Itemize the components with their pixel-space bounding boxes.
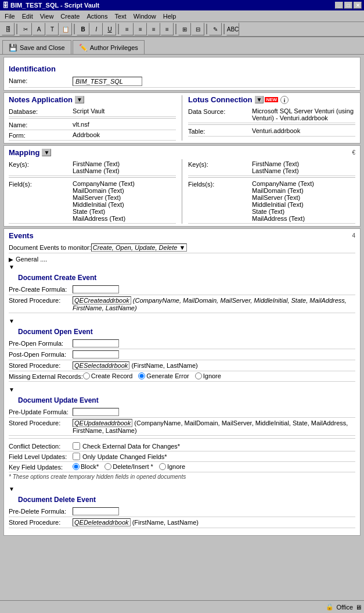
missing-radio-create[interactable] [83,372,90,379]
mapping-left-keys-values: FirstName (Text) LastName (Text) [73,160,176,174]
pre-update-label: Pre-Update Formula: [9,408,73,415]
delete-stored-proc-row: Stored Procedure: QEDeleteaddrbook (Firs… [9,517,355,528]
toolbar-btn-4[interactable]: T [46,23,59,35]
menu-file[interactable]: File [1,12,19,21]
close-button[interactable]: ✕ [354,2,362,9]
toolbar-btn-5[interactable]: 📋 [59,23,72,35]
form-label: Form: [9,131,73,139]
key-delete-insert[interactable]: Delete/Insert * [104,463,153,470]
tab-save-close[interactable]: 💾 Save and Close [2,40,71,54]
minimize-button[interactable]: _ [335,2,343,9]
lotus-dropdown[interactable]: ▼ [255,96,264,103]
toolbar-btn-9[interactable]: ≡ [161,23,174,35]
name-field[interactable]: BIM_TEST_SQL [73,77,142,86]
new-badge: NEW [265,97,278,102]
key-radio-ignore[interactable] [159,463,166,470]
maximize-button[interactable]: □ [344,2,352,9]
menu-window[interactable]: Window [130,12,160,21]
rf-1: CompanyName (Text) [252,180,355,187]
pre-open-field[interactable] [73,339,119,347]
menu-edit[interactable]: Edit [19,12,37,21]
status-bar: 🔒 Office 🖥 [0,600,364,613]
missing-create-record[interactable]: Create Record [83,372,133,379]
open-collapse-arrow[interactable]: ▼ [9,318,16,324]
toolbar-btn-bold[interactable]: B [77,23,89,35]
create-stored-proc-row: Stored Procedure: QECreateaddrbook (Comp… [9,295,355,313]
tab-author-privileges[interactable]: ✏️ Author Privileges [73,40,145,54]
notes-app-header: Notes Application [9,95,73,104]
menu-text[interactable]: Text [111,12,129,21]
collapsed-arrow[interactable]: ▼ [9,264,16,270]
mapping-left-key-2: LastName (Text) [73,167,176,174]
conflict-checkbox[interactable] [73,442,80,450]
toolbar-btn-10[interactable]: ⊞ [178,23,191,35]
key-block[interactable]: Block* [73,463,99,470]
mapping-cols: Key(s): FirstName (Text) LastName (Text)… [9,159,355,224]
menu-view[interactable]: View [37,12,57,21]
pre-update-field[interactable] [73,408,119,416]
monitor-dropdown[interactable]: Create, Open, Update, Delete ▼ [91,243,187,252]
main-scroll-area[interactable]: Identification Name: BIM_TEST_SQL Notes … [0,55,364,601]
missing-ignore[interactable]: Ignore [195,372,221,379]
update-stored-proc-label: Stored Procedure: [9,419,73,426]
notes-app-dropdown[interactable]: ▼ [75,96,84,103]
toolbar-btn-3[interactable]: A [33,23,45,35]
delete-proc-field[interactable]: QEDeleteaddrbook [73,518,131,526]
general-row: ▶ General .... [9,256,355,263]
toolbar-btn-1[interactable]: 🗄 [2,23,15,35]
menu-create[interactable]: Create [57,12,83,21]
toolbar-btn-6[interactable]: ≡ [121,23,134,35]
mapping-right-keys-row: Key(s): FirstName (Text) LastName (Text) [188,159,355,176]
toolbar-btn-italic[interactable]: I [90,23,103,35]
field-updates-checkbox[interactable] [73,453,80,460]
window-controls[interactable]: _ □ ✕ [335,2,362,9]
toolbar-btn-2[interactable]: ✂ [19,23,32,35]
info-icon[interactable]: i [280,96,289,104]
create-proc-field[interactable]: QECreateaddrbook [73,296,131,304]
field-updates-checkbox-item[interactable]: Only Update Changed Fields* [73,453,355,460]
key-radio-delete[interactable] [104,463,111,470]
update-collapse-arrow[interactable]: ▼ [9,386,16,393]
missing-gen-error[interactable]: Generate Error [138,372,189,379]
key-radio-block[interactable] [73,463,80,470]
mapping-left-keys-label: Key(s): [9,160,73,168]
create-proc-name: QECreateaddrbook (CompanyName, MailDomai… [73,297,347,311]
mapping-right: Key(s): FirstName (Text) LastName (Text)… [182,159,355,224]
datasource-label: Data Source: [188,107,252,115]
tab-author-label: Author Privileges [90,44,138,51]
doc-create-header: Document Create Event [18,274,355,282]
notes-name-label: Name: [9,121,73,128]
open-proc-field[interactable]: QESelectaddrbook [73,361,129,370]
delete-collapse-arrow[interactable]: ▼ [9,486,16,492]
update-proc-field[interactable]: QEUpdateaddrbook [73,419,132,427]
toolbar-sep-4 [175,24,176,34]
conflict-checkbox-item[interactable]: Check External Data for Changes* [73,442,355,450]
toolbar-btn-underline[interactable]: U [103,23,116,35]
menu-help[interactable]: Help [160,12,180,21]
post-open-field[interactable] [73,350,119,359]
toolbar-btn-7[interactable]: ≡ [134,23,147,35]
missing-radio-ignore[interactable] [195,372,202,379]
lf-2: MailDomain (Text) [73,187,176,194]
menu-actions[interactable]: Actions [83,12,111,21]
key-ignore[interactable]: Ignore [159,463,185,470]
pre-delete-field[interactable] [73,507,119,515]
doc-open-block: Document Open Event Pre-Open Formula: Po… [9,328,355,382]
datasource-value: Microsoft SQL Server Venturi (using Vent… [252,107,355,121]
toolbar-btn-13[interactable]: ABC [226,23,239,35]
table-label: Table: [188,127,252,135]
post-open-value [73,350,355,359]
mapping-right-keys-values: FirstName (Text) LastName (Text) [252,160,355,174]
status-office: Office [336,604,353,611]
mapping-dropdown[interactable]: ▼ [42,149,51,156]
open-stored-proc-row: Stored Procedure: QESelectaddrbook (Firs… [9,360,355,371]
missing-radio-error[interactable] [138,372,145,379]
toolbar-btn-8[interactable]: ≡ [147,23,160,35]
general-expand-arrow[interactable]: ▶ [9,256,16,263]
mapping-left-fields-row: Field(s): CompanyName (Text) MailDomain … [9,179,176,224]
toolbar-btn-11[interactable]: ⊟ [192,23,204,35]
missing-radio-group: Create Record Generate Error Ignore [83,372,355,379]
pre-create-field[interactable] [73,285,119,293]
pre-delete-value [73,507,355,515]
toolbar-btn-12[interactable]: ✎ [209,23,222,35]
